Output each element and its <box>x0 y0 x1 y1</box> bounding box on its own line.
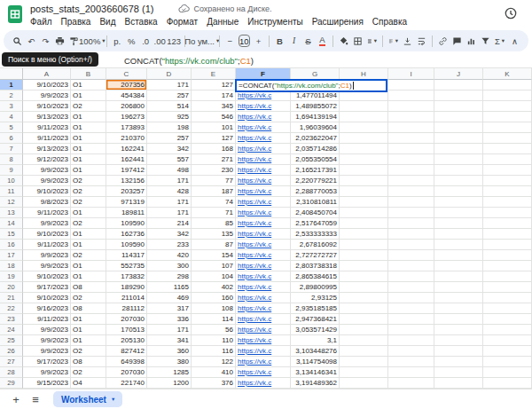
cell-I21[interactable] <box>388 293 434 303</box>
cell-G28[interactable]: 3,134146341 <box>291 367 340 378</box>
merge-cells-button[interactable]: ▾ <box>365 33 379 49</box>
print-button[interactable] <box>53 33 66 49</box>
cell-C26[interactable]: 827412 <box>106 346 147 357</box>
vk-link[interactable]: https://vk.c <box>238 166 271 175</box>
horizontal-align-button[interactable]: ▾ <box>387 33 400 49</box>
cell-B21[interactable]: O2 <box>71 293 106 303</box>
cell-A29[interactable]: 9/15/2023 <box>23 378 71 389</box>
cell-D27[interactable]: 380 <box>147 357 192 367</box>
redo-button[interactable]: ↷ <box>39 33 52 49</box>
cell-K23[interactable] <box>483 314 532 325</box>
cell-D9[interactable]: 498 <box>147 165 192 176</box>
cell-I9[interactable] <box>388 165 434 176</box>
cell-C15[interactable]: 162736 <box>106 229 147 240</box>
bold-button[interactable]: B <box>273 33 286 49</box>
cell-J13[interactable] <box>434 208 483 218</box>
cell-E15[interactable]: 135 <box>192 229 236 240</box>
cell-J17[interactable] <box>434 250 483 261</box>
cell-E26[interactable]: 116 <box>192 346 236 357</box>
row-header-15[interactable]: 15 <box>0 229 23 240</box>
cell-H8[interactable] <box>340 154 388 165</box>
vk-link[interactable]: https://vk.c <box>238 347 271 356</box>
cell-B18[interactable]: O1 <box>71 261 106 271</box>
cell-G9[interactable]: 2,165217391 <box>291 165 340 176</box>
cell-E14[interactable]: 85 <box>192 218 236 229</box>
text-color-button[interactable]: A <box>316 33 329 49</box>
vk-link[interactable]: https://vk.c <box>238 134 271 143</box>
fill-color-button[interactable] <box>337 33 350 49</box>
insert-link-button[interactable] <box>436 33 450 49</box>
cell-K8[interactable] <box>483 154 532 165</box>
cell-K6[interactable] <box>483 133 532 144</box>
cell-I25[interactable] <box>388 335 434 346</box>
row-header-2[interactable]: 2 <box>0 90 23 101</box>
cell-K19[interactable] <box>483 271 532 282</box>
menu-extensions[interactable]: Расширения <box>308 17 368 27</box>
cell-J5[interactable] <box>434 122 483 133</box>
cell-C9[interactable]: 197412 <box>106 165 147 176</box>
cell-J23[interactable] <box>434 314 483 325</box>
row-header-7[interactable]: 7 <box>0 144 23 154</box>
cell-B27[interactable]: O8 <box>71 357 106 367</box>
cell-C10[interactable]: 132156 <box>106 176 147 186</box>
cell-J2[interactable] <box>434 90 483 101</box>
cell-A22[interactable]: 9/16/2023 <box>23 303 71 314</box>
vk-link[interactable]: https://vk.c <box>238 155 271 164</box>
row-header-16[interactable]: 16 <box>0 240 23 250</box>
cell-B3[interactable]: O2 <box>71 101 106 112</box>
cell-E20[interactable]: 402 <box>192 282 236 293</box>
column-header-B[interactable]: B <box>71 68 106 80</box>
row-header-1[interactable]: 1 <box>0 80 23 90</box>
cell-I20[interactable] <box>388 282 434 293</box>
column-header-C[interactable]: C <box>106 68 147 80</box>
cell-A6[interactable]: 9/11/2023 <box>23 133 71 144</box>
cell-F3[interactable]: https://vk.c <box>236 101 291 112</box>
currency-format-button[interactable]: р. <box>111 33 124 49</box>
cell-F4[interactable]: https://vk.c <box>236 112 291 122</box>
cell-K11[interactable] <box>483 186 532 197</box>
menu-format[interactable]: Формат <box>162 17 203 27</box>
strikethrough-button[interactable]: S <box>301 33 315 49</box>
cell-G13[interactable]: 2,408450704 <box>291 208 340 218</box>
row-header-12[interactable]: 12 <box>0 197 23 208</box>
cell-C5[interactable]: 173893 <box>106 122 147 133</box>
cell-F20[interactable]: https://vk.c <box>236 282 291 293</box>
cell-I23[interactable] <box>388 314 434 325</box>
vk-link[interactable]: https://vk.c <box>238 379 271 388</box>
cell-A26[interactable]: 9/9/2023 <box>23 346 71 357</box>
cell-H18[interactable] <box>340 261 388 271</box>
cell-E24[interactable]: 56 <box>192 325 236 335</box>
increase-font-size-button[interactable]: + <box>252 33 265 49</box>
cell-G27[interactable]: 3,114754098 <box>291 357 340 367</box>
cell-F7[interactable]: https://vk.c <box>236 144 291 154</box>
create-filter-button[interactable] <box>479 33 492 49</box>
cell-K4[interactable] <box>483 112 532 122</box>
formula-bar[interactable]: Поиск в меню (Option+/) CONCAT("https://… <box>0 53 532 68</box>
cell-A10[interactable]: 9/9/2023 <box>23 176 71 186</box>
cell-F10[interactable]: https://vk.c <box>236 176 291 186</box>
cell-D25[interactable]: 341 <box>147 335 192 346</box>
row-header-29[interactable]: 29 <box>0 378 23 389</box>
cell-F11[interactable]: https://vk.c <box>236 186 291 197</box>
cell-G10[interactable]: 2,220779221 <box>291 176 340 186</box>
cell-H13[interactable] <box>340 208 388 218</box>
cell-D18[interactable]: 300 <box>147 261 192 271</box>
cell-I17[interactable] <box>388 250 434 261</box>
cell-H15[interactable] <box>340 229 388 240</box>
cell-F25[interactable]: https://vk.c <box>236 335 291 346</box>
menu-file[interactable]: Файл <box>26 17 57 27</box>
cell-F23[interactable]: https://vk.c <box>236 314 291 325</box>
cell-D23[interactable]: 336 <box>147 314 192 325</box>
cell-E7[interactable]: 168 <box>192 144 236 154</box>
add-sheet-button[interactable]: + <box>7 390 25 408</box>
vk-link[interactable]: https://vk.c <box>238 283 271 292</box>
cell-A7[interactable]: 9/13/2023 <box>23 144 71 154</box>
cell-B20[interactable]: O8 <box>71 282 106 293</box>
cell-A12[interactable]: 9/8/2023 <box>23 197 71 208</box>
cell-K25[interactable] <box>483 335 532 346</box>
cell-E22[interactable]: 108 <box>192 303 236 314</box>
cell-F6[interactable]: https://vk.c <box>236 133 291 144</box>
cell-D20[interactable]: 1165 <box>147 282 192 293</box>
row-header-28[interactable]: 28 <box>0 367 23 378</box>
row-header-24[interactable]: 24 <box>0 325 23 335</box>
